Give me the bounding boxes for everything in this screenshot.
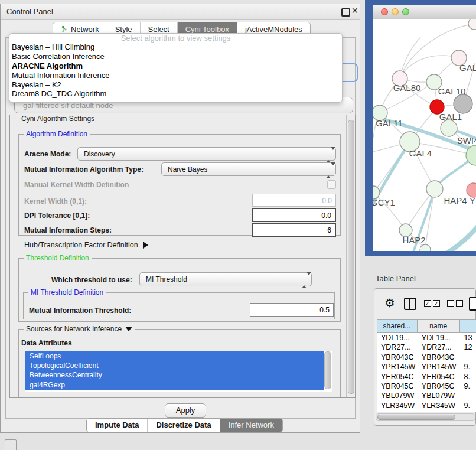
minimized-panel-icon[interactable] (5, 439, 17, 450)
dpi-tolerance-field[interactable]: 0.0 (252, 208, 336, 222)
scrollbar-thumb[interactable] (348, 120, 354, 394)
tab-infer-network[interactable]: Infer Network (220, 419, 282, 432)
table-function-icon[interactable] (469, 297, 476, 311)
network-node[interactable] (468, 19, 476, 30)
gear-icon[interactable]: ⚙ (384, 296, 395, 310)
algorithm-list: Bayesian – Hill ClimbingBasic Correlatio… (9, 43, 342, 99)
attribute-item-selected[interactable]: TopologicalCoefficient (25, 361, 324, 370)
table-cell: YER054C (418, 372, 460, 381)
column-header[interactable] (460, 319, 476, 333)
network-graph[interactable]: GAL7GAL80GAL10GAL1GAL11GAL4SWI4HAP4YGCY1… (373, 19, 476, 251)
mi-threshold-field[interactable]: 0.5 (250, 303, 334, 317)
table-cell: YDL19... (377, 333, 418, 343)
table-cell: YLR345W (418, 401, 460, 410)
algorithm-option[interactable]: Dream8 DC_TDC Algorithm (9, 89, 342, 99)
attribute-item-selected[interactable]: SelfLoops (25, 351, 324, 361)
table-row[interactable]: YDL19...YDL19...13 (377, 333, 476, 343)
tab-discretize-data[interactable]: Discretize Data (148, 419, 220, 432)
table-row[interactable]: YLR345WYLR345W9. (377, 401, 476, 410)
popup-placeholder: Select algorithm to view settings (9, 34, 342, 43)
mi-threshold-label: Mutual Information Threshold: (29, 306, 131, 315)
unchecked-box-icon[interactable] (456, 300, 463, 307)
algorithm-option[interactable]: Bayesian – K2 (9, 80, 342, 90)
unchecked-box-icon[interactable] (447, 300, 454, 307)
float-window-icon[interactable] (341, 8, 350, 17)
algorithm-option[interactable]: Bayesian – Hill Climbing (9, 43, 342, 52)
network-node-hap4[interactable] (426, 181, 443, 197)
zoom-traffic-icon[interactable] (402, 8, 409, 15)
node-table[interactable]: shared...nameYDL19...YDL19...13YDR27...Y… (377, 319, 476, 412)
expand-right-icon (143, 242, 148, 249)
table-row[interactable]: YPR145WYPR145W9. (377, 362, 476, 371)
control-panel-titlebar: Control Panel ✕ (1, 4, 360, 20)
tab-label: Style (115, 25, 132, 34)
attribute-item-selected[interactable]: BetweennessCentrality (25, 370, 324, 380)
aracne-mode-combo[interactable]: Discovery (77, 147, 336, 161)
mi-steps-label: Mutual Information Steps: (24, 226, 112, 234)
algorithm-option[interactable]: Mutual Information Inference (9, 71, 342, 80)
node-label: HAP4 (444, 195, 467, 206)
table-cell: 8. (459, 372, 476, 381)
mi-type-value: Naive Bayes (168, 165, 207, 174)
stepper-icon (326, 150, 331, 161)
network-edge[interactable] (400, 56, 459, 79)
node-label: GCY1 (373, 197, 395, 207)
column-header[interactable]: shared... (377, 319, 418, 333)
close-traffic-icon[interactable] (381, 8, 388, 15)
control-panel-title: Control Panel (6, 7, 53, 16)
stepper-icon (302, 275, 307, 286)
attributes-scrollbar[interactable] (324, 351, 331, 389)
table-row[interactable]: YBR045CYBR045C9. (377, 381, 476, 391)
network-node[interactable] (441, 120, 457, 136)
algorithm-dropdown-popup: Select algorithm to view settings Bayesi… (9, 33, 343, 103)
table-panel-window: ⚙ ✓ ✓ shared...nameYDL19...YDL19...13YDR… (374, 288, 476, 426)
tab-impute-data[interactable]: Impute Data (87, 419, 148, 432)
columns-icon[interactable] (404, 298, 416, 310)
node-label: GAL11 (376, 118, 403, 128)
node-label: SWI4 (457, 135, 476, 145)
node-label: GAL7 (459, 63, 476, 73)
table-cell: YBR045C (418, 381, 460, 391)
manual-kernel-label: Manual Kernel Width Definition (24, 181, 129, 189)
manual-kernel-checkbox[interactable] (327, 180, 336, 189)
table-cell: 13 (459, 333, 476, 343)
table-cell: 9. (459, 401, 476, 410)
table-row[interactable]: YDR27...YDR27...12 (377, 343, 476, 352)
cyni-bottom-tab-bar: Impute DataDiscretize DataInfer Network (86, 418, 283, 432)
aracne-mode-label: Aracne Mode: (24, 150, 71, 158)
node-label: GAL80 (393, 83, 421, 93)
attribute-item-selected[interactable]: gal4RGexp (25, 380, 324, 390)
table-row[interactable]: YBL079WYBL079W (377, 391, 476, 400)
mi-steps-field[interactable]: 6 (252, 223, 336, 237)
which-threshold-combo[interactable]: MI Threshold (139, 272, 312, 286)
algorithm-option[interactable]: ARACNE Algorithm (9, 61, 342, 71)
minimize-traffic-icon[interactable] (392, 8, 399, 15)
checked-box-icon[interactable]: ✓ (433, 300, 440, 307)
table-row[interactable]: YBR043CYBR043C (377, 353, 476, 362)
table-cell (459, 353, 476, 362)
network-edge-highlighted[interactable] (444, 221, 476, 251)
table-row[interactable]: YER054CYER054C8. (377, 372, 476, 381)
table-cell: YDR27... (418, 343, 460, 352)
network-edge[interactable] (425, 189, 435, 249)
scrollbar-thumb[interactable] (377, 415, 455, 420)
network-node[interactable] (454, 94, 472, 113)
checked-box-icon[interactable]: ✓ (424, 300, 431, 307)
data-attributes-list[interactable]: SelfLoopsTopologicalCoefficientBetweenne… (25, 351, 332, 392)
tab-label: Cyni Toolbox (185, 25, 229, 34)
table-row[interactable]: YIL052CYIL052C9. (377, 410, 476, 412)
mi-threshold-group-title: MI Threshold Definition (28, 288, 106, 296)
mi-type-combo[interactable]: Naive Bayes (161, 162, 336, 176)
close-icon[interactable]: ✕ (351, 6, 358, 15)
algorithm-option[interactable]: Basic Correlation Inference (9, 52, 342, 61)
table-cell (459, 391, 476, 400)
apply-button[interactable]: Apply (165, 403, 206, 418)
hub-definition-toggle[interactable]: Hub/Transcription Factor Definition (24, 241, 148, 249)
settings-vertical-scrollbar[interactable] (346, 115, 355, 397)
network-canvas[interactable]: GAL7GAL80GAL10GAL1GAL11GAL4SWI4HAP4YGCY1… (373, 19, 476, 251)
sources-group-title: Sources for Network Inference (24, 325, 135, 333)
column-header[interactable]: name (418, 319, 460, 333)
kernel-width-field[interactable]: 0.0 (252, 194, 336, 207)
table-horizontal-scrollbar[interactable] (376, 413, 475, 421)
table-header-row: shared...name (377, 319, 476, 333)
